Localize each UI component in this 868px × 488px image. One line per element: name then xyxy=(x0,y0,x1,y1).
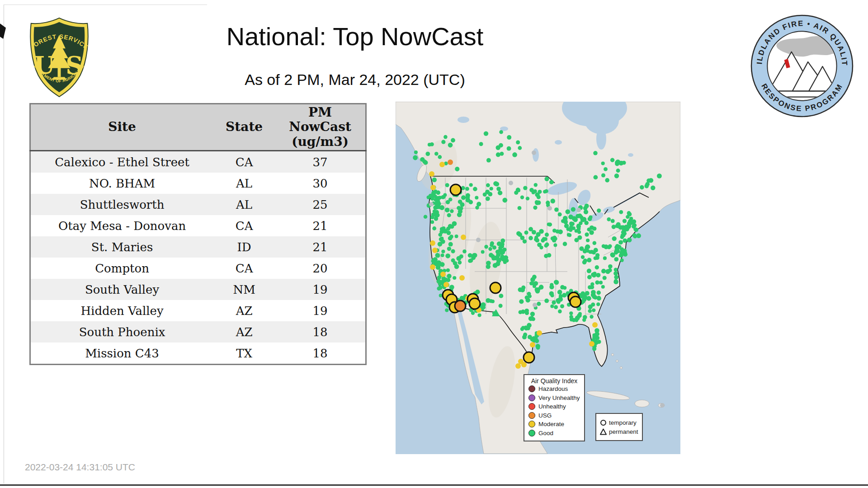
aqi-legend-item: Good xyxy=(524,429,584,438)
map-dot-good xyxy=(469,258,473,263)
map-dot-good xyxy=(651,186,655,190)
monitor-type-label: permanent xyxy=(609,428,638,435)
good-swatch-icon xyxy=(528,430,535,436)
aqi-legend-label: Very Unhealthy xyxy=(538,394,580,401)
map-dot-good xyxy=(447,213,451,217)
map-dot-good xyxy=(607,245,611,249)
map-dot-nodata xyxy=(509,181,513,185)
map-dot-good xyxy=(496,258,501,263)
map-dot-good xyxy=(551,236,555,240)
state-cell: CA xyxy=(213,258,275,279)
table-row: South ValleyNM19 xyxy=(30,279,366,300)
map-dot-good xyxy=(413,155,418,160)
value-cell: 21 xyxy=(275,236,366,258)
map-dot-good xyxy=(612,225,616,229)
map-dot-good xyxy=(552,300,556,305)
map-dot-good xyxy=(500,244,504,249)
map-dot-good xyxy=(590,282,594,286)
map-dot-good xyxy=(479,142,483,146)
state-cell: AZ xyxy=(213,300,275,321)
map-dot-good xyxy=(499,130,503,134)
aqi-legend: Air Quality Index HazardousVery Unhealth… xyxy=(524,374,585,441)
map-dot-good xyxy=(493,263,498,268)
aqi-map: Air Quality Index HazardousVery Unhealth… xyxy=(396,102,680,454)
map-dot-good xyxy=(619,210,623,214)
state-cell: AL xyxy=(213,194,275,215)
map-dot-good xyxy=(593,151,598,155)
map-dot-nodata xyxy=(660,403,665,408)
map-dot-good xyxy=(517,188,520,192)
map-dot-good xyxy=(526,326,530,330)
map-dot-good xyxy=(448,143,453,148)
site-cell: Hidden Valley xyxy=(30,300,214,321)
site-cell: St. Maries xyxy=(30,236,214,258)
map-dot-good xyxy=(569,315,573,319)
map-dot-good xyxy=(528,236,533,240)
map-dot-good xyxy=(544,299,549,303)
map-dot-good xyxy=(626,215,629,219)
nowcast-table-body: Calexico - Ethel StreetCA37NO. BHAMAL30S… xyxy=(30,151,366,365)
value-cell: 37 xyxy=(275,151,366,173)
map-dot-good xyxy=(564,224,569,228)
map-dot-good xyxy=(553,244,557,247)
map-dot-moderate xyxy=(430,185,436,190)
forest-service-logo: FOREST SERVICE DEPARTMENT OF AGRICULTURE… xyxy=(25,16,94,98)
map-dot-good xyxy=(607,217,611,221)
map-dot-good xyxy=(584,210,588,214)
map-dot-moderate xyxy=(429,171,434,177)
map-dot-good xyxy=(434,152,439,156)
map-dot-good xyxy=(512,152,517,157)
map-dot-good xyxy=(558,310,562,314)
map-dot-good xyxy=(458,261,462,265)
map-dot-good xyxy=(505,259,509,263)
page-edge-top xyxy=(4,5,207,5)
state-cell: ID xyxy=(213,236,275,258)
map-dot-good xyxy=(526,197,529,200)
map-dot-good xyxy=(530,316,533,320)
corner-mark xyxy=(0,23,6,39)
map-dot-good xyxy=(554,280,559,285)
map-dot-good xyxy=(436,254,440,258)
map-dot-good xyxy=(616,169,620,173)
map-dot-good xyxy=(430,220,434,224)
map-dot-good xyxy=(499,143,503,148)
map-dot-good xyxy=(566,209,571,214)
map-dot-good xyxy=(448,197,453,202)
map-dot-good xyxy=(486,183,490,188)
site-cell: Compton xyxy=(30,258,214,279)
map-dot-good xyxy=(640,185,644,190)
site-cell: South Valley xyxy=(30,279,214,300)
map-dot-good xyxy=(558,230,563,235)
generated-timestamp: 2022-03-24 14:31:05 UTC xyxy=(25,462,135,473)
map-dot-good xyxy=(586,239,590,242)
map-dot-good xyxy=(461,195,466,200)
value-cell: 18 xyxy=(275,321,366,343)
map-dot-good xyxy=(520,287,525,292)
map-dot-good xyxy=(414,150,418,154)
map-dot-good xyxy=(530,337,535,342)
map-dot-good xyxy=(530,312,535,316)
value-cell: 19 xyxy=(275,300,366,321)
map-dot-good xyxy=(614,268,618,272)
map-dot-moderate xyxy=(530,342,535,347)
map-dot-good xyxy=(603,256,607,260)
page-edge-left xyxy=(4,5,4,483)
value-cell: 25 xyxy=(275,194,366,215)
nowcast-table: SiteStatePM NowCast (ug/m3) Calexico - E… xyxy=(29,103,367,365)
map-dot-good xyxy=(596,302,600,306)
map-dot-good xyxy=(576,214,580,218)
map-dot-good xyxy=(445,309,448,312)
map-dot-good xyxy=(468,253,472,258)
map-dot-good xyxy=(448,242,453,247)
map-dot-moderate xyxy=(589,341,594,347)
map-dot-good xyxy=(588,309,592,313)
map-dot-good xyxy=(620,161,624,165)
map-dot-good xyxy=(587,258,591,263)
map-dot-good xyxy=(616,222,621,227)
map-dot-good xyxy=(622,233,626,237)
map-dot-nodata xyxy=(576,208,581,212)
map-dot-good xyxy=(422,160,427,164)
map-dot-good xyxy=(456,256,461,261)
map-dot-good xyxy=(543,190,547,193)
table-row: ComptonCA20 xyxy=(30,258,366,279)
